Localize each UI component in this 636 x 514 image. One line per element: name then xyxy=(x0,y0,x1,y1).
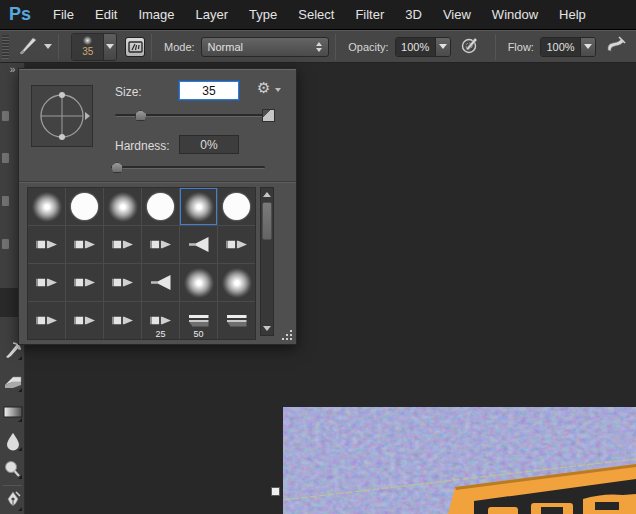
brush-preview-thumbnail: 35 xyxy=(72,34,103,60)
brush-preset-size-label: 50 xyxy=(193,329,203,339)
soft-brush-icon xyxy=(32,192,62,222)
flow-label: Flow: xyxy=(508,41,534,53)
menu-help[interactable]: Help xyxy=(559,7,586,22)
brush-preset[interactable] xyxy=(180,226,217,263)
tip-brush-icon xyxy=(74,239,95,251)
blur-tool[interactable] xyxy=(1,429,24,453)
ps-logo: Ps xyxy=(9,4,31,25)
brush-preset[interactable] xyxy=(66,226,103,263)
menu-filter[interactable]: Filter xyxy=(355,7,384,22)
brush-preset-selected[interactable] xyxy=(180,188,217,225)
pressure-opacity-icon[interactable] xyxy=(460,35,480,59)
brush-preset-picker-caret[interactable] xyxy=(103,34,116,60)
eraser-tool[interactable] xyxy=(1,370,24,394)
partial-tool-icon[interactable] xyxy=(2,196,9,206)
dodge-tool[interactable] xyxy=(1,457,24,481)
hardness-value[interactable]: 0% xyxy=(179,135,239,154)
hardness-slider-thumb[interactable] xyxy=(111,162,123,173)
stepper-icon xyxy=(316,42,322,52)
separator xyxy=(151,34,152,60)
brush-tool-button[interactable] xyxy=(17,34,52,60)
opacity-dropdown[interactable]: 100% xyxy=(395,37,451,57)
document-canvas-image[interactable] xyxy=(283,407,636,514)
separator xyxy=(495,34,496,60)
brush-preset[interactable] xyxy=(104,226,141,263)
brush-preset[interactable] xyxy=(66,188,103,225)
brush-preset[interactable] xyxy=(28,264,65,301)
photoshop-window: Ps File Edit Image Layer Type Select Fil… xyxy=(0,0,636,514)
menu-window[interactable]: Window xyxy=(492,7,538,22)
brush-preset[interactable] xyxy=(66,264,103,301)
brush-preset[interactable] xyxy=(104,188,141,225)
gradient-tool[interactable] xyxy=(1,400,24,424)
soft-brush-dot-icon xyxy=(83,36,92,45)
divider xyxy=(3,485,22,486)
pen-tool[interactable] xyxy=(1,489,24,513)
brush-preset[interactable] xyxy=(218,188,255,225)
menu-3d[interactable]: 3D xyxy=(405,7,422,22)
brush-preset[interactable]: 25 xyxy=(142,302,179,339)
caret-down-icon xyxy=(584,44,592,49)
hardness-slider[interactable] xyxy=(111,161,265,173)
opacity-value: 100% xyxy=(396,38,435,56)
toggle-brush-panel-button[interactable] xyxy=(125,37,145,57)
fan-brush-icon xyxy=(189,237,209,252)
brush-preset[interactable] xyxy=(28,226,65,263)
tip-brush-icon xyxy=(150,315,171,327)
partial-tool-icon[interactable] xyxy=(2,239,9,249)
menu-layer[interactable]: Layer xyxy=(196,7,229,22)
menu-image[interactable]: Image xyxy=(138,7,174,22)
brush-preset-picker-button[interactable]: 35 xyxy=(71,33,117,61)
soft-brush-icon xyxy=(184,268,214,298)
opacity-caret[interactable] xyxy=(435,38,450,56)
menu-type[interactable]: Type xyxy=(249,7,277,22)
menu-view[interactable]: View xyxy=(443,7,471,22)
brush-panel-icon xyxy=(128,40,143,54)
blend-mode-dropdown[interactable]: Normal xyxy=(201,37,330,57)
partial-tool-icon[interactable] xyxy=(2,111,9,121)
airbrush-toggle-icon[interactable] xyxy=(605,35,627,59)
size-slider[interactable] xyxy=(115,109,265,121)
brush-preset[interactable]: 50 xyxy=(180,302,217,339)
path-anchor-handle[interactable] xyxy=(271,487,280,496)
separator xyxy=(335,34,336,60)
caret-down-icon xyxy=(106,44,114,49)
soft-brush-icon xyxy=(108,192,138,222)
flow-caret[interactable] xyxy=(580,38,595,56)
partial-tool-icon[interactable] xyxy=(2,153,9,163)
brush-preset[interactable] xyxy=(218,302,255,339)
new-preset-icon[interactable] xyxy=(262,109,275,122)
panel-resize-grip[interactable] xyxy=(280,328,292,340)
size-input[interactable] xyxy=(179,81,239,100)
scroll-up-icon[interactable] xyxy=(263,192,271,197)
brush-preset[interactable] xyxy=(142,264,179,301)
brush-tool-icon xyxy=(17,34,39,60)
gear-icon[interactable]: ⚙ xyxy=(257,79,270,97)
preset-scrollbar[interactable] xyxy=(260,187,274,336)
options-bar-grip[interactable] xyxy=(2,35,9,59)
brush-preset[interactable] xyxy=(142,188,179,225)
flow-dropdown[interactable]: 100% xyxy=(540,37,596,57)
brush-preset[interactable] xyxy=(218,264,255,301)
brush-preset[interactable] xyxy=(180,264,217,301)
brush-preset[interactable] xyxy=(218,226,255,263)
brush-preset[interactable] xyxy=(104,302,141,339)
scroll-down-icon[interactable] xyxy=(263,326,271,331)
tip-brush-icon xyxy=(74,277,95,289)
flat-brush-icon xyxy=(189,315,209,327)
brush-preset[interactable] xyxy=(66,302,103,339)
menu-file[interactable]: File xyxy=(53,7,74,22)
size-slider-thumb[interactable] xyxy=(135,110,147,121)
tip-brush-icon xyxy=(36,277,57,289)
brush-angle-roundness-control[interactable] xyxy=(31,85,93,147)
hard-brush-icon xyxy=(223,193,250,220)
menu-edit[interactable]: Edit xyxy=(95,7,117,22)
brush-preset[interactable] xyxy=(104,264,141,301)
menu-select[interactable]: Select xyxy=(298,7,334,22)
blend-mode-value: Normal xyxy=(208,41,243,53)
brush-preset[interactable] xyxy=(142,226,179,263)
brush-preset[interactable] xyxy=(28,302,65,339)
scrollbar-thumb[interactable] xyxy=(262,202,272,240)
tip-brush-icon xyxy=(36,315,57,327)
brush-preset[interactable] xyxy=(28,188,65,225)
